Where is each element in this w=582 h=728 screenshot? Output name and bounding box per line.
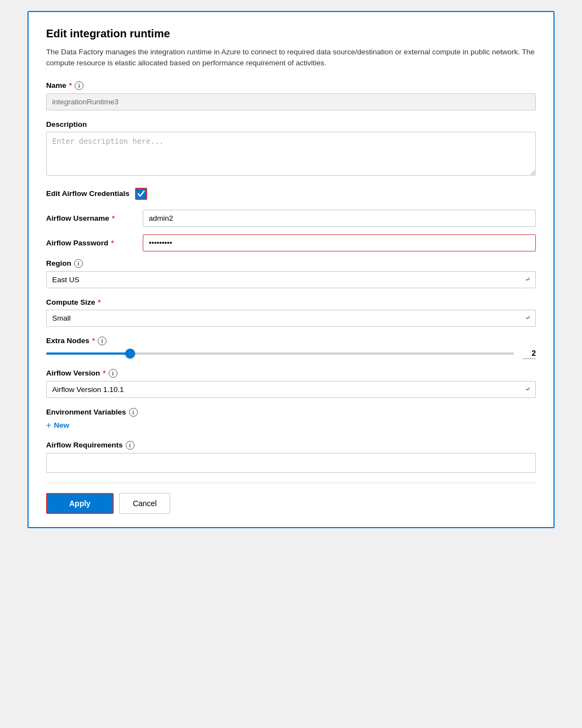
username-required-star: *: [112, 214, 115, 222]
compute-size-select[interactable]: Small Medium Large: [46, 310, 536, 327]
airflow-password-field-group: Airflow Password *: [46, 234, 536, 251]
airflow-version-field-group: Airflow Version * i Airflow Version 1.10…: [46, 369, 536, 398]
airflow-version-select[interactable]: Airflow Version 1.10.1 Airflow Version 2…: [46, 381, 536, 398]
extra-nodes-slider-row: 2: [46, 349, 536, 359]
name-input[interactable]: [46, 93, 536, 110]
airflow-requirements-label: Airflow Requirements i: [46, 441, 536, 450]
compute-size-required-star: *: [98, 298, 100, 306]
name-required-star: *: [69, 81, 72, 89]
cancel-button[interactable]: Cancel: [119, 493, 171, 514]
slider-fill: [46, 352, 130, 355]
airflow-version-select-wrapper: Airflow Version 1.10.1 Airflow Version 2…: [46, 381, 536, 398]
compute-size-label: Compute Size *: [46, 298, 536, 306]
airflow-username-input[interactable]: [143, 210, 536, 227]
footer-bar: Apply Cancel: [46, 483, 536, 514]
slider-thumb[interactable]: [125, 349, 135, 359]
extra-nodes-field-group: Extra Nodes * i 2: [46, 337, 536, 359]
edit-airflow-credentials-label: Edit Airflow Credentials: [46, 189, 130, 198]
description-label: Description: [46, 120, 536, 128]
new-env-var-button[interactable]: + New: [46, 420, 69, 431]
extra-nodes-required-star: *: [92, 337, 95, 345]
password-required-star: *: [111, 239, 114, 247]
compute-size-field-group: Compute Size * Small Medium Large ⤶: [46, 298, 536, 327]
airflow-requirements-field-group: Airflow Requirements i: [46, 441, 536, 473]
edit-integration-runtime-panel: Edit integration runtime The Data Factor…: [27, 11, 555, 528]
plus-icon: +: [46, 421, 51, 430]
extra-nodes-info-icon[interactable]: i: [98, 337, 107, 345]
airflow-password-label: Airflow Password *: [46, 239, 134, 247]
panel-title: Edit integration runtime: [46, 27, 536, 40]
extra-nodes-slider-track[interactable]: [46, 352, 514, 355]
region-select[interactable]: East US West US West Europe Southeast As…: [46, 271, 536, 288]
airflow-version-label: Airflow Version * i: [46, 369, 536, 378]
edit-airflow-credentials-row: Edit Airflow Credentials: [46, 188, 536, 200]
extra-nodes-label: Extra Nodes * i: [46, 337, 536, 345]
panel-description: The Data Factory manages the integration…: [46, 47, 536, 69]
environment-variables-field-group: Environment Variables i + New: [46, 408, 536, 431]
region-info-icon[interactable]: i: [74, 259, 83, 268]
checkmark-icon: [137, 190, 145, 198]
extra-nodes-value: 2: [523, 349, 536, 359]
name-field-group: Name * i: [46, 81, 536, 110]
environment-variables-label: Environment Variables i: [46, 408, 536, 417]
region-select-wrapper: East US West US West Europe Southeast As…: [46, 271, 536, 288]
description-field-group: Description: [46, 120, 536, 178]
airflow-version-info-icon[interactable]: i: [109, 369, 117, 378]
name-info-icon[interactable]: i: [75, 81, 83, 90]
region-field-group: Region i East US West US West Europe Sou…: [46, 259, 536, 288]
edit-airflow-credentials-checkbox[interactable]: [135, 188, 147, 200]
airflow-requirements-input[interactable]: [46, 453, 536, 473]
description-textarea[interactable]: [46, 132, 536, 176]
region-label: Region i: [46, 259, 536, 268]
airflow-req-info-icon[interactable]: i: [126, 441, 135, 450]
env-vars-info-icon[interactable]: i: [129, 408, 138, 417]
name-label: Name * i: [46, 81, 536, 90]
airflow-username-field-group: Airflow Username *: [46, 210, 536, 227]
new-button-label: New: [54, 421, 69, 429]
airflow-username-label: Airflow Username *: [46, 214, 134, 222]
apply-button[interactable]: Apply: [46, 493, 114, 514]
airflow-password-input[interactable]: [143, 234, 536, 251]
airflow-version-required-star: *: [103, 369, 105, 377]
compute-size-select-wrapper: Small Medium Large ⤶: [46, 310, 536, 327]
